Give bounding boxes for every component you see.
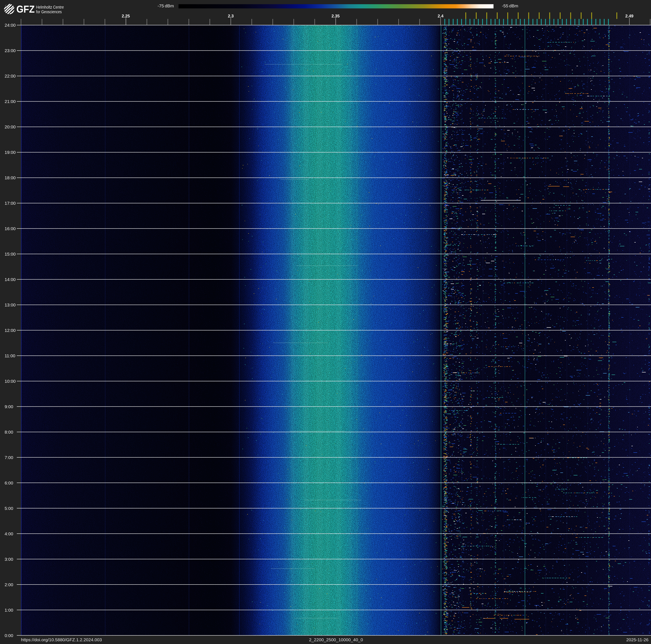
svg-text:2.49: 2.49 (625, 14, 633, 18)
svg-text:17:00: 17:00 (5, 201, 16, 206)
svg-text:19:00: 19:00 (5, 150, 16, 155)
svg-text:Helmholtz Centre: Helmholtz Centre (36, 5, 64, 9)
svg-text:18:00: 18:00 (5, 175, 16, 180)
svg-text:GFZ: GFZ (17, 4, 35, 15)
svg-text:3:00: 3:00 (5, 557, 13, 562)
svg-text:7:00: 7:00 (5, 455, 13, 460)
svg-text:6:00: 6:00 (5, 480, 13, 485)
svg-text:5:00: 5:00 (5, 506, 13, 511)
svg-text:4:00: 4:00 (5, 531, 13, 536)
svg-text:for Geosciences: for Geosciences (36, 9, 62, 14)
svg-text:12:00: 12:00 (5, 328, 16, 333)
svg-text:2.35: 2.35 (332, 14, 340, 18)
svg-text:23:00: 23:00 (5, 48, 16, 53)
svg-text:1:00: 1:00 (5, 608, 13, 612)
svg-text:16:00: 16:00 (5, 226, 16, 231)
svg-text:22:00: 22:00 (5, 74, 16, 79)
svg-text:20:00: 20:00 (5, 124, 16, 129)
svg-text:2_2200_2500_10000_40_0: 2_2200_2500_10000_40_0 (309, 637, 363, 642)
svg-text:2.3: 2.3 (228, 14, 234, 18)
svg-text:13:00: 13:00 (5, 302, 16, 307)
svg-text:21:00: 21:00 (5, 99, 16, 104)
svg-text:24:00: 24:00 (5, 23, 16, 28)
svg-text:2.25: 2.25 (122, 14, 130, 18)
svg-text:2025-11-26: 2025-11-26 (626, 637, 649, 642)
svg-text:2:00: 2:00 (5, 582, 13, 587)
svg-text:10:00: 10:00 (5, 379, 16, 384)
svg-text:-55 dBm: -55 dBm (502, 3, 518, 8)
svg-text:11:00: 11:00 (5, 353, 15, 358)
svg-text:-75 dBm: -75 dBm (157, 3, 174, 8)
svg-text:15:00: 15:00 (5, 252, 16, 257)
svg-text:14:00: 14:00 (5, 277, 16, 282)
svg-text:8:00: 8:00 (5, 430, 13, 435)
svg-text:0:00: 0:00 (5, 633, 13, 638)
svg-text:https://doi.org/10.5880/GFZ.1.: https://doi.org/10.5880/GFZ.1.2.2024.003 (21, 637, 102, 642)
svg-text:9:00: 9:00 (5, 404, 13, 409)
svg-text:2.4: 2.4 (438, 14, 444, 18)
